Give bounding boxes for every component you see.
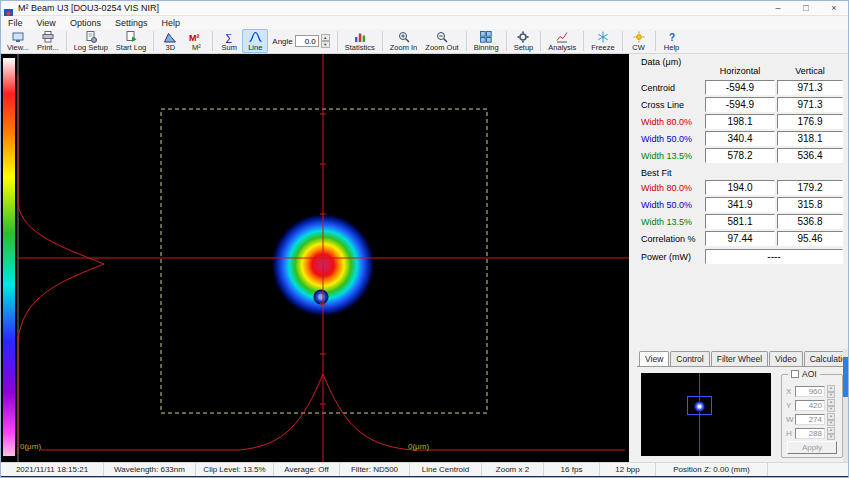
line-button[interactable]: Line (242, 29, 268, 53)
3d-icon (164, 31, 176, 43)
statistics-button[interactable]: Statistics (341, 29, 379, 53)
table-row-width135: Width 13.5% 578.2 536.4 (629, 148, 849, 165)
help-label: Help (664, 43, 679, 52)
angle-up-icon[interactable]: ▲ (321, 34, 330, 41)
preview-beam-spot (694, 401, 705, 412)
row-label: Cross Line (641, 100, 684, 110)
aoi-h-spinner[interactable]: ▲▼ (827, 427, 835, 440)
start-log-button[interactable]: Start Log (112, 29, 150, 53)
table-row-centroid: Centroid -594.9 971.3 (629, 80, 849, 97)
aoi-y-input[interactable]: 420 (795, 400, 825, 411)
axis-label-center: 0(μm) (408, 442, 429, 451)
tab-filter-wheel[interactable]: Filter Wheel (711, 351, 768, 366)
table-row-power: Power (mW) ---- (629, 249, 849, 266)
value-cell: 536.4 (777, 148, 843, 163)
status-bpp: 12 bpp (600, 463, 656, 476)
help-button[interactable]: ? Help (659, 29, 685, 53)
setup-button[interactable]: Setup (510, 29, 538, 53)
cw-button[interactable]: CW (626, 29, 652, 53)
row-label: Width 80.0% (641, 183, 692, 193)
angle-spinner[interactable]: ▲▼ (321, 34, 330, 48)
status-clip-level: Clip Level: 13.5% (196, 463, 274, 476)
value-cell: 198.1 (705, 114, 775, 129)
aoi-x-input[interactable]: 960 (795, 386, 825, 397)
minimize-button[interactable]: – (764, 1, 792, 15)
aoi-w-row: W 274 ▲▼ (786, 413, 840, 426)
aoi-apply-button[interactable]: Apply (787, 441, 837, 454)
zoom-out-button[interactable]: Zoom Out (421, 29, 462, 53)
beam-display[interactable]: 0(μm) 0(μm) (1, 54, 629, 462)
row-label: Centroid (641, 83, 675, 93)
angle-input[interactable]: 0.0 (295, 35, 319, 47)
zoom-in-button[interactable]: Zoom In (386, 29, 422, 53)
aoi-h-input[interactable]: 288 (795, 428, 825, 439)
log-setup-button[interactable]: Log Setup (70, 29, 112, 53)
toolbar-separator (622, 31, 623, 51)
maximize-button[interactable]: □ (792, 1, 820, 15)
tab-view[interactable]: View (639, 351, 669, 367)
spin-down-icon[interactable]: ▼ (827, 406, 835, 413)
binning-icon (480, 31, 492, 43)
aoi-x-spinner[interactable]: ▲▼ (827, 385, 835, 398)
angle-control: Angle 0.0 ▲▼ (268, 29, 333, 53)
menu-help[interactable]: Help (154, 16, 187, 29)
spin-down-icon[interactable]: ▼ (827, 420, 835, 427)
3d-button[interactable]: 3D (157, 29, 183, 53)
menu-view[interactable]: View (30, 16, 63, 29)
menu-settings[interactable]: Settings (108, 16, 155, 29)
status-empty (768, 463, 848, 476)
value-cell: 971.3 (777, 80, 843, 95)
data-panel: Data (μm) Horizontal Vertical Centroid -… (629, 54, 848, 462)
toolbar-separator (583, 31, 584, 51)
view-button[interactable]: View... (3, 29, 33, 53)
aoi-w-spinner[interactable]: ▲▼ (827, 413, 835, 426)
sum-icon: ∑ (223, 31, 235, 43)
start-log-label: Start Log (116, 43, 146, 52)
toolbar-separator (506, 31, 507, 51)
aoi-y-spinner[interactable]: ▲▼ (827, 399, 835, 412)
value-cell: 318.1 (777, 131, 843, 146)
aoi-w-input[interactable]: 274 (795, 414, 825, 425)
aoi-legend: AOI (788, 369, 820, 379)
tab-control[interactable]: Control (670, 351, 709, 366)
m2-icon: M² (189, 31, 203, 43)
setup-gear-icon (517, 31, 529, 43)
aoi-dashed-rect (161, 109, 487, 413)
binning-label: Binning (474, 43, 499, 52)
menu-bar: File View Options Settings Help (1, 16, 848, 29)
sum-button[interactable]: ∑ Sum (216, 29, 242, 53)
menu-file[interactable]: File (1, 16, 30, 29)
analysis-button[interactable]: Analysis (544, 29, 580, 53)
toolbar-separator (382, 31, 383, 51)
view-icon (12, 31, 24, 43)
scrollbar-thumb[interactable] (843, 357, 848, 397)
toolbar-separator (540, 31, 541, 51)
spin-down-icon[interactable]: ▼ (827, 434, 835, 441)
print-button[interactable]: Print... (33, 29, 63, 53)
print-icon (42, 31, 54, 43)
binning-button[interactable]: Binning (470, 29, 503, 53)
panel-scrollbar[interactable] (843, 349, 848, 462)
spin-down-icon[interactable]: ▼ (827, 392, 835, 399)
preview-display[interactable] (641, 373, 771, 456)
menu-options[interactable]: Options (63, 16, 108, 29)
value-cell: 578.2 (705, 148, 775, 163)
axis-label-left: 0(μm) (20, 442, 41, 451)
aoi-y-row: Y 420 ▲▼ (786, 399, 840, 412)
angle-down-icon[interactable]: ▼ (321, 41, 330, 48)
section-label: Best Fit (641, 168, 672, 178)
m2-button[interactable]: M² M² (183, 29, 209, 53)
freeze-button[interactable]: Freeze (587, 29, 618, 53)
beam-overlay (1, 54, 629, 462)
toolbar-separator (466, 31, 467, 51)
toolbar-separator (655, 31, 656, 51)
tab-video[interactable]: Video (769, 351, 803, 366)
title-bar: M² Beam U3 [DOU3-0254 VIS NIR] – □ × (1, 1, 848, 16)
toolbar-separator (212, 31, 213, 51)
close-button[interactable]: × (820, 1, 848, 15)
row-label: Correlation % (641, 234, 696, 244)
svg-text:?: ? (669, 32, 675, 43)
aoi-checkbox[interactable] (791, 370, 799, 378)
aoi-x-label: X (786, 387, 793, 396)
status-wavelength: Wavelength: 633nm (104, 463, 196, 476)
